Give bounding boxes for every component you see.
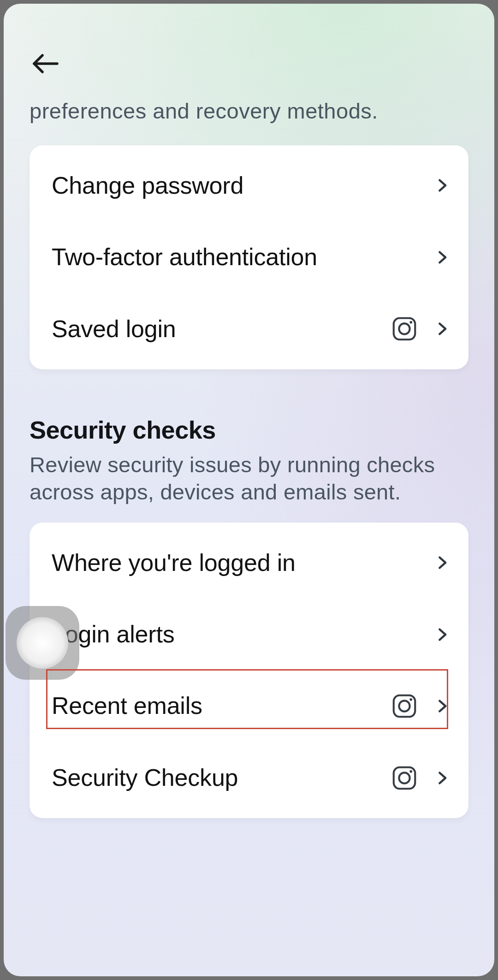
login-security-card: Change passwordTwo-factor authentication… (30, 145, 468, 369)
row-login-alerts[interactable]: Login alerts (30, 599, 468, 670)
svg-point-3 (409, 321, 412, 324)
chevron-right-icon (434, 698, 450, 714)
security-checks-section-header: Security checks Review security issues b… (4, 416, 494, 506)
instagram-icon (390, 692, 419, 720)
chevron-right-icon (434, 770, 450, 786)
row-two-factor-authentication[interactable]: Two-factor authentication (30, 221, 468, 293)
row-saved-login-icons (390, 315, 450, 343)
chevron-right-icon (434, 555, 450, 570)
settings-screen: preferences and recovery methods. Change… (4, 4, 494, 976)
row-recent-emails[interactable]: Recent emails (30, 670, 468, 742)
row-saved-login[interactable]: Saved login (30, 293, 468, 365)
chevron-right-icon (434, 627, 450, 642)
svg-point-5 (399, 701, 409, 712)
svg-point-2 (399, 324, 409, 334)
assistive-widget[interactable] (6, 606, 79, 680)
row-login-alerts-label: Login alerts (52, 620, 425, 649)
svg-rect-7 (394, 767, 415, 789)
assistive-widget-dot-icon (17, 617, 68, 669)
chevron-right-icon (434, 321, 450, 337)
instagram-icon (390, 315, 419, 343)
section-subtitle: Review security issues by running checks… (30, 451, 468, 506)
page-subtitle: preferences and recovery methods. (4, 79, 494, 125)
svg-rect-1 (394, 318, 415, 340)
chevron-right-icon (434, 178, 450, 193)
row-recent-emails-label: Recent emails (52, 691, 381, 720)
back-button[interactable] (30, 48, 61, 79)
row-where-you-re-logged-in-label: Where you're logged in (52, 548, 425, 577)
row-two-factor-authentication-label: Two-factor authentication (52, 243, 425, 272)
svg-point-8 (399, 772, 409, 783)
row-security-checkup-icons (390, 764, 450, 792)
chevron-right-icon (434, 249, 450, 265)
svg-point-6 (409, 698, 412, 701)
row-recent-emails-icons (390, 692, 450, 720)
row-where-you-re-logged-in-icons (434, 555, 450, 570)
row-two-factor-authentication-icons (434, 249, 450, 265)
row-where-you-re-logged-in[interactable]: Where you're logged in (30, 527, 468, 599)
row-change-password[interactable]: Change password (30, 150, 468, 221)
section-title: Security checks (30, 416, 468, 444)
arrow-left-icon (30, 53, 60, 75)
row-security-checkup[interactable]: Security Checkup (30, 742, 468, 814)
row-security-checkup-label: Security Checkup (52, 763, 381, 792)
instagram-icon (390, 764, 419, 792)
row-change-password-label: Change password (52, 171, 425, 200)
security-checks-card: Where you're logged inLogin alertsRecent… (30, 523, 468, 819)
row-change-password-icons (434, 178, 450, 193)
svg-point-9 (409, 770, 412, 773)
device-frame: preferences and recovery methods. Change… (4, 4, 494, 976)
row-login-alerts-icons (434, 627, 450, 642)
row-saved-login-label: Saved login (52, 315, 381, 344)
svg-rect-4 (394, 695, 415, 717)
